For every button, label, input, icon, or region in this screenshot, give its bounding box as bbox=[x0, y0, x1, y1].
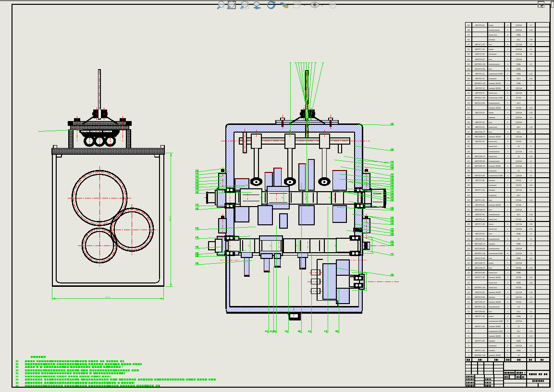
svg-text:2: 2 bbox=[530, 92, 531, 94]
svg-text:mm: mm bbox=[489, 59, 492, 61]
svg-text:0.35: 0.35 bbox=[529, 39, 533, 41]
svg-text:HT200: HT200 bbox=[516, 184, 521, 186]
svg-text:Q235-A: Q235-A bbox=[516, 228, 522, 230]
svg-text:GB/T97.1-85: GB/T97.1-85 bbox=[475, 350, 485, 352]
svg-text:HT200: HT200 bbox=[516, 141, 521, 143]
svg-text:Q235-A: Q235-A bbox=[516, 248, 522, 250]
svg-text:14: 14 bbox=[468, 291, 470, 294]
svg-text:Q235-A: Q235-A bbox=[516, 345, 522, 347]
svg-text:0.01: 0.01 bbox=[529, 277, 533, 279]
svg-text:HT200: HT200 bbox=[516, 219, 521, 220]
svg-text:GB/T97.1-85: GB/T97.1-85 bbox=[475, 277, 485, 279]
svg-text:mmmm 30208: mmmm 30208 bbox=[489, 107, 501, 109]
svg-text:GB/T5783-86: GB/T5783-86 bbox=[475, 160, 485, 162]
svg-text:40Cr: 40Cr bbox=[517, 126, 521, 128]
svg-text:48: 48 bbox=[468, 126, 470, 128]
svg-text:65Mn: 65Mn bbox=[517, 350, 521, 352]
svg-text:GB/T5783-86: GB/T5783-86 bbox=[475, 311, 485, 313]
svg-text:GB/T6170-86: GB/T6170-86 bbox=[475, 296, 485, 298]
svg-text:mmmmmm 6208: mmmmmm 6208 bbox=[489, 320, 503, 322]
svg-text:65Mn: 65Mn bbox=[517, 316, 521, 318]
svg-text:mmm: mmm bbox=[489, 223, 494, 225]
svg-text:40Cr: 40Cr bbox=[517, 131, 521, 133]
svg-text:65Mn: 65Mn bbox=[517, 257, 521, 259]
svg-text:GB/T276-94: GB/T276-94 bbox=[475, 204, 485, 206]
svg-text:mmmm 30208: mmmm 30208 bbox=[489, 277, 501, 279]
svg-text:27: 27 bbox=[468, 228, 470, 230]
svg-text:30: 30 bbox=[296, 245, 298, 247]
svg-text:52: 52 bbox=[468, 107, 470, 109]
svg-text:GB/T1096-79: GB/T1096-79 bbox=[475, 136, 485, 138]
svg-text:mmmmmm 6208: mmmmmm 6208 bbox=[489, 175, 503, 177]
svg-text:mmm mm: mmm mm bbox=[489, 146, 497, 147]
svg-text:2: 2 bbox=[530, 209, 531, 211]
svg-text:2: 2 bbox=[530, 326, 531, 328]
svg-text:26: 26 bbox=[468, 233, 470, 235]
svg-text:mmmm 30208: mmmm 30208 bbox=[489, 204, 501, 206]
svg-text:0.35: 0.35 bbox=[529, 214, 533, 216]
svg-text:2: 2 bbox=[530, 146, 531, 147]
svg-text:mm: mm bbox=[489, 233, 492, 235]
svg-text:mmmmmmm: mmmmmmm bbox=[489, 248, 500, 250]
svg-text:1.2: 1.2 bbox=[530, 219, 532, 220]
svg-text:mmmm: mmmm bbox=[489, 117, 495, 119]
svg-text:GB/T276-94: GB/T276-94 bbox=[475, 92, 485, 94]
svg-text:40: 40 bbox=[468, 165, 470, 167]
svg-text:16: 16 bbox=[468, 282, 470, 284]
svg-text:mmm mm: mmm mm bbox=[489, 156, 497, 158]
svg-text:1.2: 1.2 bbox=[530, 131, 532, 133]
svg-text:50: 50 bbox=[468, 116, 470, 119]
svg-text:GB/T97.1-85: GB/T97.1-85 bbox=[475, 199, 485, 201]
svg-text:GB/T6170-86: GB/T6170-86 bbox=[475, 272, 485, 274]
svg-text:0.01: 0.01 bbox=[529, 107, 533, 109]
svg-text:mmmmmmm: mmmmmmm bbox=[489, 238, 500, 240]
svg-text:40Cr: 40Cr bbox=[517, 331, 521, 332]
svg-text:1.2: 1.2 bbox=[530, 160, 532, 162]
svg-text:383.5: 383.5 bbox=[169, 216, 171, 221]
svg-text:45: 45 bbox=[518, 146, 520, 147]
svg-text:GB/T276-94: GB/T276-94 bbox=[475, 219, 485, 220]
svg-text:1.2: 1.2 bbox=[530, 233, 532, 235]
svg-text:Q235-A: Q235-A bbox=[516, 59, 522, 61]
svg-text:mmmmmm 6208: mmmmmm 6208 bbox=[489, 331, 503, 332]
svg-text:30: 30 bbox=[306, 197, 308, 199]
svg-text:GB/T1096-79: GB/T1096-79 bbox=[475, 267, 485, 269]
svg-text:0.01: 0.01 bbox=[529, 78, 533, 80]
svg-text:22: 22 bbox=[468, 252, 470, 255]
svg-text:Q235-A: Q235-A bbox=[516, 53, 522, 55]
svg-text:1.2: 1.2 bbox=[530, 238, 532, 240]
svg-text:65Mn: 65Mn bbox=[517, 63, 521, 65]
svg-text:29: 29 bbox=[468, 218, 470, 220]
svg-text:0.01: 0.01 bbox=[529, 151, 533, 153]
svg-text:mmmmmmm: mmmmmmm bbox=[489, 306, 500, 308]
svg-text:HT200: HT200 bbox=[516, 199, 521, 201]
svg-text:65Mn: 65Mn bbox=[517, 282, 521, 284]
svg-text:GB/T297-94: GB/T297-94 bbox=[475, 141, 485, 143]
svg-text:mmmmmm 6208: mmmmmm 6208 bbox=[489, 253, 503, 255]
svg-text:mmm mm: mmm mm bbox=[489, 272, 497, 274]
svg-text:mmmmmm 6208: mmmmmm 6208 bbox=[489, 97, 503, 99]
svg-text:45: 45 bbox=[518, 355, 520, 356]
svg-text:65Mn: 65Mn bbox=[517, 83, 521, 85]
svg-text:0.01: 0.01 bbox=[529, 184, 533, 186]
svg-text:Q215-A: Q215-A bbox=[516, 292, 522, 294]
svg-text:1.2: 1.2 bbox=[530, 253, 532, 255]
svg-text:GB/T97.1-85: GB/T97.1-85 bbox=[475, 49, 485, 50]
svg-text:mmmmm: mmmmm bbox=[489, 345, 497, 347]
svg-text:30: 30 bbox=[334, 245, 336, 247]
svg-text:GB/T297-94: GB/T297-94 bbox=[475, 73, 485, 75]
svg-text:23: 23 bbox=[468, 247, 470, 250]
svg-text:18: 18 bbox=[468, 271, 470, 274]
svg-text:mmmmm: mmmmm bbox=[489, 53, 497, 55]
svg-text:mmmm: mmmm bbox=[489, 340, 495, 342]
svg-text:37: 37 bbox=[468, 179, 470, 182]
svg-text:HT200: HT200 bbox=[516, 277, 521, 279]
svg-text:GB/T5783-86: GB/T5783-86 bbox=[475, 248, 485, 250]
svg-text:0.5: 0.5 bbox=[530, 53, 532, 55]
svg-text:mmm mm: mmm mm bbox=[489, 34, 497, 36]
svg-text:0.5: 0.5 bbox=[530, 257, 532, 259]
svg-text:0.5: 0.5 bbox=[530, 311, 532, 313]
svg-text:mm: mm bbox=[489, 257, 492, 259]
svg-text:13: 13 bbox=[468, 296, 470, 298]
svg-text:mmm: mmm bbox=[489, 316, 494, 318]
